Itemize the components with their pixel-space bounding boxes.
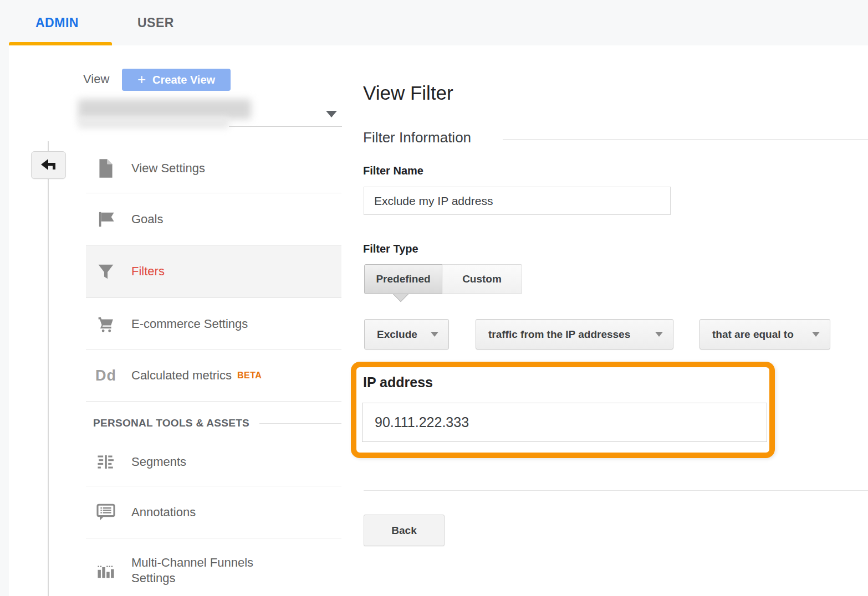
- sidebar-item-label: Annotations: [131, 505, 196, 520]
- sidebar-item-multi-channel-funnels[interactable]: Multi-Channel Funnels Settings: [86, 546, 341, 595]
- dropdown-value: traffic from the IP addresses: [488, 328, 630, 341]
- filter-name-label: Filter Name: [363, 165, 423, 177]
- divider: [364, 490, 868, 491]
- blurred-view-subtext: [78, 117, 229, 129]
- filter-action-dropdown[interactable]: Exclude: [364, 319, 449, 350]
- ip-address-input[interactable]: [362, 403, 767, 442]
- sidebar-item-label: Calculated metrics: [131, 368, 232, 383]
- cart-icon: [94, 315, 118, 333]
- sidebar-item-goals[interactable]: Goals: [86, 193, 341, 245]
- back-arrow-button[interactable]: [31, 151, 66, 179]
- chevron-down-icon: [431, 332, 438, 337]
- view-selector-underline: [229, 126, 342, 127]
- section-header-personal-tools: PERSONAL TOOLS & ASSETS: [93, 417, 341, 429]
- chevron-down-icon: [655, 332, 663, 337]
- plus-icon: +: [137, 72, 146, 86]
- sidebar-item-label: Segments: [131, 454, 186, 470]
- funnel-icon: [94, 263, 118, 280]
- divider: [86, 401, 341, 402]
- section-header-rule: [259, 423, 341, 424]
- divider: [86, 538, 341, 538]
- bar-chart-icon: [94, 561, 118, 580]
- annotations-icon: [94, 503, 118, 522]
- create-view-button[interactable]: + Create View: [122, 69, 231, 91]
- dd-icon: Dd: [94, 367, 118, 384]
- document-icon: [94, 158, 118, 178]
- sidebar-item-label: E-commerce Settings: [131, 316, 248, 332]
- filter-name-input[interactable]: [364, 187, 671, 215]
- beta-badge: BETA: [237, 371, 262, 381]
- dropdown-value: Exclude: [377, 328, 417, 341]
- sidebar-item-label: Filters: [131, 264, 165, 279]
- view-label: View: [83, 72, 109, 86]
- section-header-label: PERSONAL TOOLS & ASSETS: [93, 417, 249, 429]
- sidebar-item-label: Goals: [131, 212, 163, 227]
- filter-source-dropdown[interactable]: traffic from the IP addresses: [476, 319, 673, 350]
- sidebar-item-filters[interactable]: Filters: [86, 245, 341, 297]
- create-view-label: Create View: [152, 74, 215, 86]
- filter-expression-dropdown[interactable]: that are equal to: [699, 319, 830, 350]
- section-heading-rule: [503, 139, 868, 140]
- tab-user[interactable]: USER: [137, 0, 174, 45]
- ga-admin-page: ADMIN USER View + Create View View Setti…: [0, 0, 868, 596]
- ip-address-label: IP address: [363, 374, 433, 391]
- tab-admin[interactable]: ADMIN: [35, 0, 79, 45]
- page-title: View Filter: [363, 82, 453, 104]
- view-selector-caret-icon[interactable]: [326, 111, 337, 117]
- left-gutter: [0, 45, 9, 596]
- blurred-view-name[interactable]: [78, 99, 251, 119]
- dropdown-value: that are equal to: [712, 328, 794, 341]
- sidebar-item-label: Multi-Channel Funnels Settings: [131, 555, 287, 586]
- back-arrow-icon: [39, 158, 58, 172]
- sidebar-item-annotations[interactable]: Annotations: [86, 486, 341, 538]
- flag-icon: [94, 210, 118, 228]
- filter-type-predefined-button[interactable]: Predefined: [364, 264, 442, 294]
- sidebar-vertical-rule: [48, 141, 49, 596]
- sidebar-item-view-settings[interactable]: View Settings: [86, 144, 341, 193]
- back-button[interactable]: Back: [364, 515, 445, 546]
- segments-icon: [94, 453, 118, 471]
- filter-type-label: Filter Type: [363, 243, 418, 255]
- sidebar-item-segments[interactable]: Segments: [86, 438, 341, 486]
- chevron-down-icon: [812, 332, 820, 337]
- sidebar-item-label: View Settings: [131, 161, 205, 176]
- filter-type-custom-button[interactable]: Custom: [442, 264, 522, 294]
- sidebar-item-ecommerce-settings[interactable]: E-commerce Settings: [86, 298, 341, 350]
- top-tab-bar: [0, 0, 868, 45]
- active-tab-underline: [9, 42, 112, 45]
- section-heading: Filter Information: [363, 129, 471, 146]
- sidebar-item-calculated-metrics[interactable]: Dd Calculated metrics BETA: [86, 350, 341, 401]
